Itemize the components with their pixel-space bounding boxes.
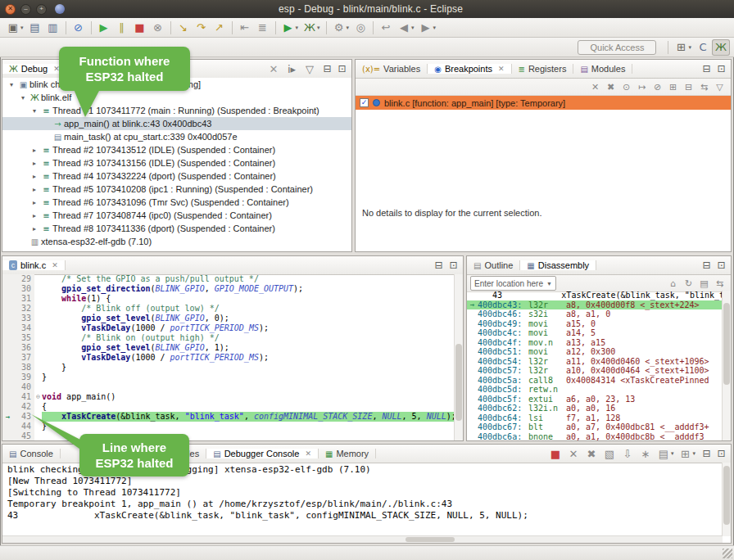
debug-perspective-icon[interactable]: Ж: [712, 39, 730, 56]
remove-all-breakpoints-icon[interactable]: ✖: [603, 80, 618, 93]
instruction-step-mode-icon[interactable]: i▸: [283, 61, 301, 77]
line-number[interactable]: 37: [13, 353, 34, 363]
debug-tree-item[interactable]: ▸≡Thread #6 1073431096 (Tmr Svc) (Suspen…: [2, 196, 351, 209]
instruction-pointer-icon[interactable]: [2, 323, 13, 333]
debug-tree-item[interactable]: ▤main_task() at cpu_start.c:339 0x400d05…: [2, 130, 351, 143]
back-dropdown-icon[interactable]: ▾: [411, 25, 415, 31]
skip-all-breakpoints-icon[interactable]: ⊘: [70, 20, 88, 36]
debug-tree-item[interactable]: ▸≡Thread #4 1073432224 (dport) (Suspende…: [2, 169, 351, 183]
editor-scrollbar[interactable]: [454, 274, 463, 440]
go-to-file-icon[interactable]: ↦: [634, 80, 650, 93]
disassembly-line[interactable]: 400dbc49:movia15, 0: [467, 319, 723, 329]
code-text[interactable]: }: [42, 363, 455, 373]
disassembly-line[interactable]: 400dbc4f:mov.na13, a15: [467, 338, 723, 348]
collapse-all-icon[interactable]: ⊟: [681, 80, 696, 93]
close-icon[interactable]: ✕: [305, 449, 311, 458]
pin-console-icon[interactable]: ∗: [637, 445, 655, 462]
disassembly-line[interactable]: 400dbc64:lsif7, a1, 128: [467, 413, 723, 423]
debug-icon[interactable]: Ж: [301, 20, 319, 36]
instruction-pointer-icon[interactable]: [2, 343, 13, 353]
instruction-pointer-icon[interactable]: [2, 382, 13, 392]
back-icon[interactable]: ◀: [395, 20, 413, 36]
tree-expander-icon[interactable]: ▸: [29, 199, 40, 206]
tree-expander-icon[interactable]: ▸: [29, 147, 40, 154]
home-icon[interactable]: ⌂: [665, 277, 681, 290]
line-number[interactable]: 38: [13, 363, 34, 373]
breakpoint-list-item[interactable]: ✓ blink.c [function: app_main] [type: Te…: [356, 96, 731, 110]
tree-expander-icon[interactable]: ▾: [6, 81, 17, 88]
instruction-pointer-icon[interactable]: [2, 373, 13, 382]
disassembly-line[interactable]: 43 xTaskCreate(&blink_task, "blink_tas: [467, 291, 723, 300]
disassembly-scrollbar[interactable]: [722, 291, 731, 440]
disassembly-line[interactable]: 400dbc5a:call80x40084314 <xTaskCreatePin…: [467, 376, 723, 386]
code-text[interactable]: gpio_set_level(BLINK_GPIO, 0);: [42, 314, 455, 323]
debug-tree-item[interactable]: ▸≡Thread #5 1073410208 (ipc1 : Running) …: [2, 183, 351, 196]
tree-expander-icon[interactable]: ▸: [29, 186, 40, 193]
clear-console-icon[interactable]: ▧: [600, 445, 618, 462]
step-return-icon[interactable]: ↗: [211, 20, 229, 36]
editor-line[interactable]: 32 /* Blink off (output low) */: [2, 304, 455, 314]
maximize-icon[interactable]: ⊡: [715, 448, 727, 459]
tree-expander-icon[interactable]: ▾: [17, 94, 29, 102]
code-text[interactable]: /* Blink off (output low) */: [42, 304, 455, 314]
quick-access-button[interactable]: Quick Access: [578, 40, 656, 55]
code-text[interactable]: gpio_set_direction(BLINK_GPIO, GPIO_MODE…: [42, 284, 455, 294]
line-number[interactable]: 41: [13, 392, 34, 402]
resume-icon[interactable]: ▶: [95, 20, 113, 36]
breakpoint-checkbox[interactable]: ✓: [360, 98, 369, 107]
disassembly-view[interactable]: 43 xTaskCreate(&blink_task, "blink_tas→4…: [467, 291, 723, 440]
maximize-icon[interactable]: ⊡: [715, 260, 727, 271]
cpp-perspective-icon[interactable]: C: [694, 39, 712, 56]
minimize-icon[interactable]: ⊟: [321, 63, 333, 75]
remove-all-launches-icon[interactable]: ✖: [582, 445, 600, 462]
code-text[interactable]: while(1) {: [42, 294, 455, 304]
maximize-icon[interactable]: ⊡: [447, 260, 460, 271]
disassembly-line[interactable]: 400dbc67:blta0, a7, 0x400dbc81 <__adddf3…: [467, 422, 723, 432]
editor-line[interactable]: 31 while(1) {: [2, 294, 455, 304]
editor-line[interactable]: 36 gpio_set_level(BLINK_GPIO, 1);: [2, 343, 455, 353]
close-icon[interactable]: ✕: [498, 65, 505, 73]
external-tools-dropdown-icon[interactable]: ▾: [347, 25, 350, 31]
instruction-pointer-icon[interactable]: [2, 353, 13, 363]
editor-line[interactable]: 29 /* Set the GPIO as a push/pull output…: [2, 274, 455, 284]
tab-registers[interactable]: ≣Registers: [512, 64, 574, 74]
skip-all-breakpoints-icon[interactable]: ⊘: [650, 80, 665, 93]
tab-debugger-console[interactable]: ▤Debugger Console✕: [206, 449, 319, 458]
editor-line[interactable]: 34 vTaskDelay(1000 / portTICK_PERIOD_MS)…: [2, 323, 455, 333]
instruction-pointer-icon[interactable]: [2, 392, 13, 402]
scrollbar-thumb[interactable]: [723, 303, 730, 386]
line-number[interactable]: 31: [13, 294, 34, 304]
instruction-pointer-icon[interactable]: [2, 304, 13, 314]
expand-all-icon[interactable]: ⊞: [665, 80, 681, 93]
line-number[interactable]: 40: [13, 382, 34, 392]
tab-variables[interactable]: (x)=Variables: [356, 64, 428, 74]
view-menu-icon[interactable]: ▽: [712, 80, 727, 93]
code-text[interactable]: vTaskDelay(1000 / portTICK_PERIOD_MS);: [42, 323, 455, 333]
line-number[interactable]: 32: [13, 304, 34, 314]
last-edit-location-icon[interactable]: ↩: [377, 20, 395, 36]
display-selected-console-dropdown-icon[interactable]: ▾: [671, 450, 674, 457]
editor-line[interactable]: 35 /* Blink on (output high) */: [2, 333, 455, 343]
minimize-icon[interactable]: ⊟: [433, 260, 445, 271]
display-selected-console-icon[interactable]: ▤: [655, 445, 673, 462]
tree-expander-icon[interactable]: ▸: [29, 160, 40, 167]
instruction-pointer-icon[interactable]: [2, 402, 13, 412]
editor-line[interactable]: 37 vTaskDelay(1000 / portTICK_PERIOD_MS)…: [2, 353, 455, 363]
run-dropdown-icon[interactable]: ▾: [296, 25, 299, 31]
step-over-icon[interactable]: ↷: [193, 20, 211, 36]
scrollbar-thumb[interactable]: [723, 466, 730, 525]
disassembly-line[interactable]: 400dbc62:l32i.na0, a0, 16: [467, 404, 723, 413]
tree-expander-icon[interactable]: ▸: [29, 225, 40, 233]
search-icon[interactable]: ◎: [351, 20, 369, 36]
new-wizard-icon[interactable]: ▣: [4, 20, 22, 36]
instruction-pointer-icon[interactable]: [2, 333, 13, 343]
window-minimize-button[interactable]: –: [20, 4, 31, 15]
code-text[interactable]: /* Blink on (output high) */: [42, 333, 455, 343]
code-text[interactable]: }: [42, 373, 455, 382]
disassembly-line[interactable]: 400dbc57:l32ra10, 0x400d0464 <_stext+110…: [467, 366, 723, 376]
editor-line[interactable]: 40: [2, 382, 455, 392]
code-text[interactable]: gpio_set_level(BLINK_GPIO, 1);: [42, 343, 455, 353]
editor-line[interactable]: 39}: [2, 373, 455, 382]
scrollbar-thumb[interactable]: [455, 344, 462, 420]
minimize-icon[interactable]: ⊟: [700, 63, 713, 75]
